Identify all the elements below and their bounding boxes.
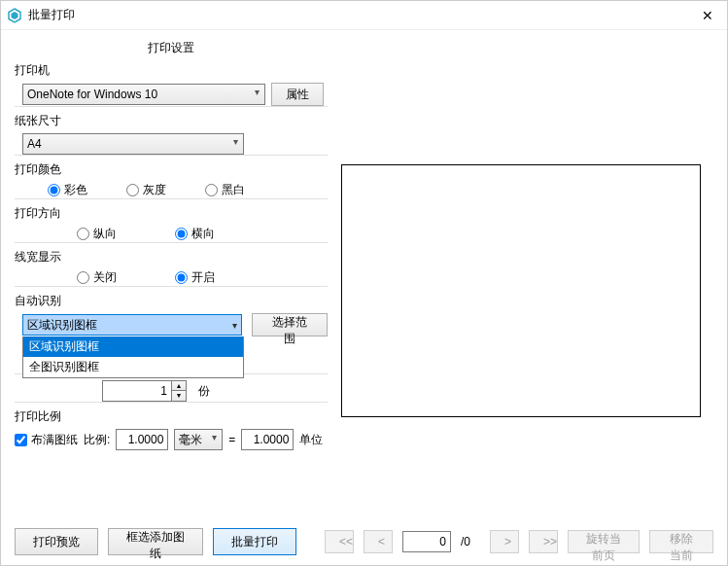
orientation-radio-portrait[interactable] [77, 228, 89, 240]
orientation-option-landscape[interactable]: 横向 [175, 226, 215, 242]
page-prev-button[interactable]: < [364, 530, 393, 553]
window-title: 批量打印 [28, 7, 75, 23]
orientation-radio-landscape[interactable] [175, 228, 188, 240]
orientation-label: 打印方向 [15, 205, 328, 222]
ratio-unit-select[interactable]: 毫米 [174, 429, 223, 450]
copies-down-button[interactable]: ▼ [172, 391, 186, 401]
chevron-down-icon: ▾ [232, 320, 237, 331]
lineweight-option-on[interactable]: 开启 [175, 269, 215, 286]
lineweight-label: 线宽显示 [15, 249, 328, 265]
frame-add-button[interactable]: 框选添加图纸 [108, 528, 203, 555]
copies-up-button[interactable]: ▲ [172, 381, 186, 391]
color-radio-bw[interactable] [205, 184, 218, 196]
printer-select[interactable]: OneNote for Windows 10 [22, 84, 265, 105]
copies-input[interactable] [103, 381, 171, 401]
fit-paper-checkbox[interactable] [15, 434, 27, 446]
rotate-page-button[interactable]: 旋转当前页 [568, 530, 640, 553]
page-first-button[interactable]: << [325, 530, 354, 553]
orientation-option-portrait[interactable]: 纵向 [77, 226, 117, 242]
auto-recognition-dropdown[interactable]: 区域识别图框 全图识别图框 [22, 336, 244, 378]
color-radio-color[interactable] [48, 184, 60, 196]
lineweight-radio-on[interactable] [175, 271, 188, 284]
app-logo-icon [7, 8, 22, 23]
lineweight-option-off[interactable]: 关闭 [77, 269, 117, 286]
printer-label: 打印机 [15, 62, 328, 79]
preview-panel [341, 30, 727, 518]
equals-label: = [228, 433, 235, 446]
svg-marker-1 [12, 12, 18, 19]
settings-title: 打印设置 [15, 40, 328, 56]
ratio-unit-label: 单位 [299, 432, 323, 448]
paper-size-select[interactable]: A4 [22, 133, 244, 155]
fit-paper-checkbox-label[interactable]: 布满图纸 [15, 432, 78, 448]
ratio-left-input[interactable] [116, 429, 168, 450]
settings-panel: 打印设置 打印机 OneNote for Windows 10 属性 纸张尺寸 … [1, 30, 341, 518]
ratio-right-input[interactable] [241, 429, 294, 450]
color-option-color[interactable]: 彩色 [48, 182, 87, 198]
color-radio-gray[interactable] [126, 184, 139, 196]
close-button[interactable]: ✕ [696, 6, 719, 25]
footer-bar: 打印预览 框选添加图纸 批量打印 << < /0 > >> 旋转当前页 移除当前 [1, 518, 727, 565]
printer-properties-button[interactable]: 属性 [271, 83, 324, 106]
copies-spinner[interactable]: ▲ ▼ [102, 380, 187, 402]
auto-recognition-option-area[interactable]: 区域识别图框 [23, 336, 243, 357]
ratio-colon-label: 比例: [84, 432, 110, 448]
print-preview-button[interactable]: 打印预览 [15, 528, 98, 555]
select-range-button[interactable]: 选择范围 [252, 313, 328, 336]
color-option-bw[interactable]: 黑白 [205, 182, 245, 198]
page-total-label: /0 [461, 535, 470, 548]
batch-print-button[interactable]: 批量打印 [213, 528, 296, 555]
page-next-button[interactable]: > [490, 530, 519, 553]
print-ratio-label: 打印比例 [15, 408, 328, 425]
color-option-gray[interactable]: 灰度 [126, 182, 166, 198]
auto-recognition-option-full[interactable]: 全图识别图框 [23, 357, 243, 377]
auto-recognition-label: 自动识别 [15, 293, 328, 309]
auto-recognition-select[interactable]: 区域识别图框 ▾ [22, 314, 242, 336]
page-last-button[interactable]: >> [529, 530, 558, 553]
preview-area [341, 164, 701, 417]
titlebar: 批量打印 ✕ [1, 1, 727, 30]
copies-unit-label: 份 [198, 383, 210, 400]
print-color-label: 打印颜色 [15, 161, 328, 178]
remove-page-button[interactable]: 移除当前 [649, 530, 713, 553]
page-number-input[interactable] [402, 531, 451, 552]
lineweight-radio-off[interactable] [77, 271, 89, 284]
paper-size-label: 纸张尺寸 [15, 113, 328, 129]
